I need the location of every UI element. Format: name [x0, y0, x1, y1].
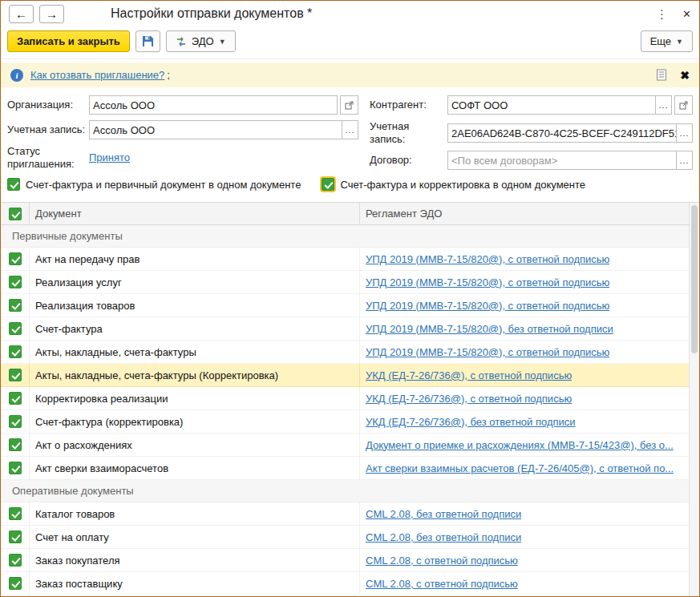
save-button[interactable] [136, 30, 160, 52]
counterparty-open-button[interactable] [674, 95, 693, 115]
row-checkbox[interactable] [9, 554, 22, 567]
row-checkbox[interactable] [9, 415, 22, 428]
account-left-label: Учетная запись: [7, 123, 89, 136]
row-checkbox[interactable] [9, 369, 22, 381]
table-row[interactable]: Счет-фактураУПД 2019 (ММВ-7-15/820@), бе… [1, 317, 699, 341]
option-checkbox-1[interactable] [322, 178, 334, 191]
reglament-link[interactable]: CML 2.08, без ответной подписи [366, 508, 521, 520]
row-checkbox[interactable] [9, 438, 22, 451]
document-cell[interactable]: Акт о расхождениях [30, 434, 360, 456]
reglament-link[interactable]: Документ о приемке и расхождениях (ММВ-7… [366, 439, 674, 451]
reglament-link[interactable]: УКД (ЕД-7-26/736@), с ответной подписью [366, 369, 572, 381]
document-cell[interactable]: Заказ покупателя [30, 549, 360, 571]
table-row[interactable]: Акты, накладные, счета-фактурыУПД 2019 (… [1, 341, 699, 364]
infobar-close-icon[interactable]: ✖ [680, 70, 690, 81]
document-cell[interactable]: Счет-фактура (корректировка) [30, 410, 360, 433]
row-checkbox[interactable] [9, 322, 22, 335]
table-row[interactable]: Заказ поставщикуCML 2.08, с ответной под… [1, 572, 699, 595]
document-list-icon[interactable] [656, 69, 667, 81]
chevron-down-icon: ▼ [676, 38, 683, 46]
reglament-link[interactable]: УПД 2019 (ММВ-7-15/820@), без ответной п… [366, 323, 613, 335]
forward-arrow-icon: → [46, 7, 58, 21]
document-cell[interactable]: Акт сверки взаиморасчетов [30, 457, 360, 479]
table-row[interactable]: Реализация услугУПД 2019 (ММВ-7-15/820@)… [1, 271, 699, 294]
document-cell[interactable]: Счет на оплату [30, 526, 360, 548]
option-invoice-correction[interactable]: Счет-фактура и корректировка в одном док… [322, 178, 585, 191]
account-right-field[interactable]: 2AE06AD624B-C870-4C25-BCEF-C249112DF51..… [447, 123, 693, 143]
document-cell[interactable]: Акты, накладные, счета-фактуры [30, 341, 360, 363]
group-row[interactable]: Первичные документы [1, 225, 699, 248]
forward-button[interactable]: → [39, 5, 64, 23]
document-cell[interactable]: Реализация услуг [30, 271, 360, 293]
reglament-cell: CML 2.08, с ответной подписью [360, 572, 689, 595]
row-checkbox[interactable] [9, 299, 22, 312]
select-all-checkbox[interactable] [9, 208, 22, 220]
reglament-column-header[interactable]: Регламент ЭДО [360, 203, 689, 224]
option-checkbox-0[interactable] [7, 178, 20, 191]
document-cell[interactable]: Корректировка реализации [30, 387, 360, 409]
document-cell[interactable]: Каталог товаров [30, 502, 360, 525]
row-checkbox[interactable] [9, 577, 22, 590]
account-left-field[interactable]: Ассоль ООО ... [89, 120, 358, 139]
document-column-header[interactable]: Документ [30, 203, 360, 224]
revoke-invitation-link[interactable]: Как отозвать приглашение? [30, 69, 164, 81]
row-checkbox[interactable] [9, 345, 22, 358]
reglament-link[interactable]: УПД 2019 (ММВ-7-15/820@), с ответной под… [366, 346, 609, 358]
table-row[interactable]: Заказ покупателяCML 2.08, с ответной под… [1, 549, 699, 572]
checkbox-cell [1, 387, 30, 409]
save-and-close-button[interactable]: Записать и закрыть [7, 30, 130, 52]
table-row[interactable]: Корректировка реализацииУКД (ЕД-7-26/736… [1, 387, 699, 410]
table-row[interactable]: Реализация товаровУПД 2019 (ММВ-7-15/820… [1, 294, 699, 317]
reglament-cell: УПД 2019 (ММВ-7-15/820@), без ответной п… [360, 317, 689, 340]
account-left-choose-button[interactable]: ... [342, 121, 358, 139]
row-checkbox[interactable] [9, 276, 22, 288]
save-icon [142, 35, 154, 47]
counterparty-field[interactable]: СОФТ ООО ... [447, 95, 672, 115]
vertical-scrollbar[interactable] [689, 203, 699, 596]
table-row[interactable]: Счет на оплатуCML 2.08, без ответной под… [1, 526, 699, 549]
reglament-link[interactable]: CML 2.08, без ответной подписи [366, 531, 521, 543]
document-cell[interactable]: Акты, накладные, счета-фактуры (Корректи… [30, 364, 360, 386]
document-cell[interactable]: Реализация товаров [30, 294, 360, 317]
row-checkbox[interactable] [9, 252, 22, 265]
reglament-link[interactable]: Акт сверки взаимных расчетов (ЕД-7-26/40… [366, 462, 674, 474]
document-cell[interactable]: Заказ поставщику [30, 572, 360, 595]
table-row[interactable]: Счет-фактура (корректировка)УКД (ЕД-7-26… [1, 410, 699, 434]
scrollbar-thumb[interactable] [691, 205, 698, 353]
reglament-link[interactable]: CML 2.08, с ответной подписью [366, 578, 518, 590]
status-link[interactable]: Принято [89, 151, 130, 163]
reglament-link[interactable]: УПД 2019 (ММВ-7-15/820@), с ответной под… [366, 276, 609, 288]
reglament-link[interactable]: УКД (ЕД-7-26/736@), с ответной подписью [366, 393, 572, 405]
document-cell[interactable]: Акт на передачу прав [30, 248, 360, 270]
group-row[interactable]: Оперативные документы [1, 480, 699, 502]
more-button[interactable]: Еще ▼ [641, 30, 693, 52]
row-checkbox[interactable] [9, 392, 22, 405]
table-row[interactable]: Акт о расхожденияхДокумент о приемке и р… [1, 434, 699, 457]
edo-menu-button[interactable]: ЭДО ▼ [166, 30, 236, 52]
window-close-icon[interactable]: ✕ [682, 9, 691, 19]
table-row[interactable]: Каталог товаровCML 2.08, без ответной по… [1, 502, 699, 526]
account-right-choose-button[interactable]: ... [676, 124, 692, 142]
option-invoice-primary[interactable]: Счет-фактура и первичный документ в одно… [7, 178, 301, 191]
row-checkbox[interactable] [9, 507, 22, 520]
back-button[interactable]: ← [9, 5, 34, 23]
edo-icon [176, 36, 187, 47]
organization-field[interactable]: Ассоль ООО [89, 95, 338, 115]
table-row[interactable]: Акты, накладные, счета-фактуры (Корректи… [1, 364, 699, 387]
row-checkbox[interactable] [9, 530, 22, 543]
form-area: Организация: Ассоль ООО Учетная запись: … [1, 87, 699, 170]
reglament-link[interactable]: УПД 2019 (ММВ-7-15/820@), с ответной под… [366, 300, 609, 312]
row-checkbox[interactable] [9, 462, 22, 474]
table-body: Первичные документыАкт на передачу правУ… [1, 225, 699, 595]
table-row[interactable]: Акт сверки взаиморасчетовАкт сверки взаи… [1, 457, 699, 480]
reglament-link[interactable]: CML 2.08, с ответной подписью [366, 555, 518, 567]
organization-open-button[interactable] [340, 95, 358, 115]
contract-choose-button[interactable]: ... [676, 151, 692, 169]
document-cell[interactable]: Счет-фактура [30, 317, 360, 340]
reglament-link[interactable]: УКД (ЕД-7-26/736@), без ответной подписи [366, 416, 576, 428]
counterparty-choose-button[interactable]: ... [655, 96, 671, 114]
table-row[interactable]: Акт на передачу правУПД 2019 (ММВ-7-15/8… [1, 248, 699, 271]
reglament-link[interactable]: УПД 2019 (ММВ-7-15/820@), с ответной под… [366, 253, 609, 265]
contract-field[interactable]: <По всем договорам> ... [447, 151, 693, 170]
kebab-menu-icon[interactable]: ⋮ [656, 8, 668, 20]
